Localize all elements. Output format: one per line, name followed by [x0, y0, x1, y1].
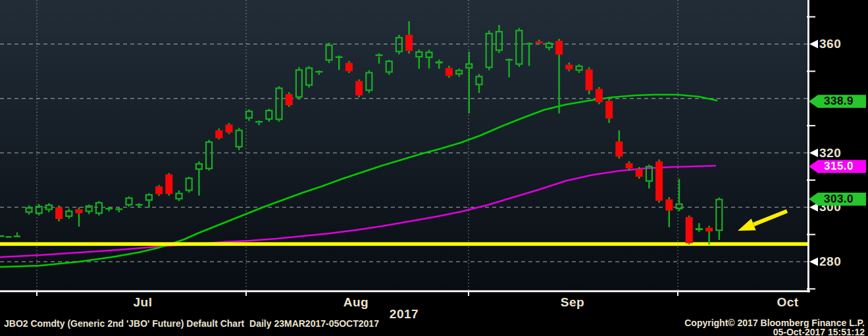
- y-axis-minor-tick: [807, 125, 815, 126]
- candle-doji: [376, 55, 383, 56]
- down-candle: [345, 63, 353, 72]
- y-axis-minor-tick: [807, 16, 815, 18]
- candle-wick: [628, 161, 630, 163]
- candle-doji: [526, 43, 533, 44]
- y-axis-minor-tick: [807, 180, 815, 181]
- candle-wick: [138, 205, 140, 207]
- candle-wick: [288, 105, 290, 107]
- candle-wick: [628, 168, 630, 170]
- candle-wick: [28, 205, 30, 207]
- candle-wick: [268, 120, 270, 122]
- down-candle: [155, 186, 163, 194]
- up-candle: [416, 52, 422, 57]
- candle-wick: [369, 91, 370, 93]
- annotation-arrow-head: [738, 219, 756, 231]
- candle-wick: [98, 201, 99, 203]
- up-candle: [176, 193, 182, 199]
- candle-wick: [248, 109, 249, 110]
- candle-wick: [428, 58, 430, 68]
- down-candle: [605, 101, 613, 118]
- candle-wick: [498, 51, 499, 53]
- candle-wick: [148, 201, 149, 208]
- candle-wick: [128, 197, 130, 198]
- down-candle: [76, 209, 83, 213]
- candle-wick: [118, 210, 120, 212]
- candle-wick: [398, 35, 399, 37]
- candle-doji: [255, 121, 263, 122]
- candle-wick: [448, 66, 449, 68]
- partial-candle-mark: [16, 232, 18, 236]
- x-axis-tick: [468, 291, 469, 296]
- x-axis-tick: [677, 291, 678, 296]
- candle-wick: [308, 66, 309, 68]
- candle-doji: [136, 204, 143, 205]
- up-candle: [456, 70, 462, 74]
- candle-wick: [68, 208, 70, 210]
- candle-wick: [658, 159, 659, 161]
- candle-doji: [336, 57, 343, 58]
- up-candle: [66, 211, 72, 216]
- x-axis-tick: [36, 291, 38, 296]
- candle-wick: [98, 214, 99, 215]
- candle-wick: [678, 179, 680, 203]
- down-candle: [355, 81, 363, 95]
- price-badge-303.0: 303.0: [809, 193, 866, 206]
- candle-wick: [168, 194, 170, 195]
- up-candle: [436, 62, 442, 62]
- candle-wick: [458, 74, 459, 76]
- up-candle: [696, 229, 702, 229]
- candle-wick: [228, 123, 230, 124]
- y-axis-minor-tick: [807, 288, 815, 289]
- x-axis-label-aug: Aug: [344, 295, 369, 310]
- up-candle: [126, 198, 132, 204]
- up-candle: [146, 195, 152, 200]
- candle-wick: [538, 39, 540, 41]
- up-candle: [546, 43, 552, 47]
- up-candle: [476, 76, 482, 84]
- candle-wick: [608, 99, 609, 101]
- candle-wick: [458, 68, 459, 70]
- candle-wick: [358, 80, 359, 81]
- down-candle: [655, 161, 663, 201]
- candle-wick: [648, 164, 650, 166]
- candle-wick: [108, 209, 109, 211]
- candle-wick: [588, 67, 590, 69]
- candle-wick: [658, 201, 659, 203]
- candle-wick: [388, 60, 390, 60]
- candle-wick: [348, 71, 349, 72]
- candle-wick: [288, 92, 290, 94]
- up-candle: [396, 37, 402, 51]
- up-candle: [386, 61, 392, 72]
- candle-wick: [638, 167, 640, 169]
- candle-wick: [408, 21, 409, 35]
- candle-wick: [188, 191, 190, 192]
- candle-wick: [438, 63, 440, 68]
- up-candle: [196, 164, 202, 169]
- candle-wick: [519, 28, 520, 30]
- partial-candle-mark: [6, 236, 12, 237]
- candle-wick: [569, 69, 570, 71]
- up-candle: [296, 70, 302, 97]
- candle-wick: [428, 50, 430, 52]
- candle-wick: [338, 58, 340, 70]
- candle-wick: [548, 41, 549, 43]
- y-axis-major-tick-arrow: [809, 258, 818, 266]
- candle-wick: [669, 197, 670, 199]
- candle-wick: [158, 185, 159, 186]
- candle-wick: [419, 57, 420, 68]
- candle-wick: [719, 197, 720, 199]
- x-axis-year-label: 2017: [390, 307, 419, 322]
- up-candle: [576, 66, 582, 70]
- x-axis-line: [0, 291, 810, 293]
- up-candle: [246, 111, 252, 118]
- candle-wick: [328, 43, 330, 45]
- up-candle: [186, 178, 192, 190]
- up-candle: [26, 208, 32, 212]
- candle-wick: [419, 49, 420, 51]
- down-candle: [536, 41, 543, 43]
- candle-wick: [308, 85, 309, 87]
- candle-wick: [669, 210, 670, 227]
- candle-wick: [698, 223, 700, 228]
- candle-wick: [538, 43, 540, 45]
- up-candle: [426, 53, 432, 58]
